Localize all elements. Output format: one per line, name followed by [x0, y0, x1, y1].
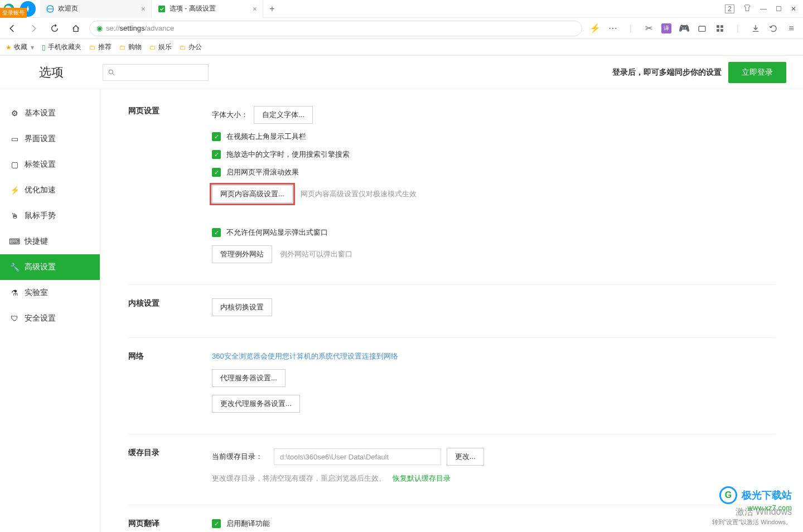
- network-desc: 360安全浏览器会使用您计算机的系统代理设置连接到网络: [212, 351, 398, 361]
- sidebar-item-advanced[interactable]: 🔧高级设置: [0, 254, 100, 280]
- folder-icon: 🗀: [149, 43, 156, 51]
- toolbar-right: ⚡ ⋯ | ✂ 译 🎮 | ≡: [588, 23, 799, 33]
- grid-icon[interactable]: [715, 23, 725, 33]
- url-mid: settings: [120, 24, 145, 32]
- settings-header: 选项 登录后，即可多端同步你的设置 立即登录: [0, 56, 803, 89]
- url-prefix: se://: [106, 24, 120, 32]
- chk-label: 不允许任何网站显示弹出式窗口: [226, 228, 328, 238]
- skin-icon[interactable]: [743, 4, 751, 13]
- search-input[interactable]: [103, 64, 209, 81]
- section-translate: 网页翻译 ✓启用翻译功能 取消勾选后打开外文网站时不会进行提醒和自动翻译: [128, 505, 775, 532]
- maximize-icon[interactable]: ☐: [776, 5, 782, 13]
- site-url: www.xz7.com: [748, 504, 792, 512]
- checkbox[interactable]: ✓: [212, 150, 221, 159]
- sidebar-item-speed[interactable]: ⚡优化加速: [0, 177, 100, 203]
- section-title: 网页设置: [128, 106, 212, 271]
- svg-rect-3: [699, 26, 705, 31]
- title-bar: 登录账号 欢迎页 × 选项 - 高级设置 × + 2 — ☐ ✕: [0, 0, 803, 18]
- bookmark-bar: ★收藏▾ ▯手机收藏夹 🗀推荐 🗀购物 🗀娱乐 🗀办公: [0, 39, 803, 56]
- chk-label: 在视频右上角显示工具栏: [226, 132, 306, 142]
- section-kernel: 内核设置 内核切换设置: [128, 285, 775, 338]
- back-icon[interactable]: [4, 21, 20, 36]
- url-input[interactable]: ◉ se://settings/advance: [89, 21, 582, 36]
- address-bar: ◉ se://settings/advance ⚡ ⋯ | ✂ 译 🎮 | ≡: [0, 18, 803, 39]
- manage-exception-button[interactable]: 管理例外网站: [212, 245, 272, 263]
- wallet-icon[interactable]: [697, 23, 707, 33]
- logo-icon: G: [719, 486, 737, 504]
- bm-recommend[interactable]: 🗀推荐: [89, 42, 112, 52]
- close-window-icon[interactable]: ✕: [791, 5, 796, 13]
- section-title: 缓存目录: [128, 448, 212, 491]
- reload-icon[interactable]: [47, 21, 62, 36]
- kernel-switch-button[interactable]: 内核切换设置: [212, 298, 272, 316]
- advanced-content-button[interactable]: 网页内容高级设置...: [212, 185, 293, 203]
- checkbox[interactable]: ✓: [212, 519, 221, 528]
- sync-hint: 登录后，即可多端同步你的设置: [612, 67, 722, 78]
- sidebar-item-basic[interactable]: ⚙基本设置: [0, 100, 100, 126]
- chk-label: 启用网页平滑滚动效果: [226, 167, 299, 177]
- hint: 网页内容高级设置仅对极速模式生效: [301, 189, 417, 199]
- checkbox[interactable]: ✓: [212, 228, 221, 237]
- menu-icon[interactable]: ≡: [786, 23, 796, 33]
- game-icon[interactable]: 🎮: [679, 23, 689, 33]
- new-tab-button[interactable]: +: [263, 0, 281, 18]
- change-proxy-button[interactable]: 更改代理服务器设置...: [212, 395, 300, 413]
- flask-icon: ⚗: [10, 288, 19, 297]
- sidebar-item-mouse[interactable]: 🖱鼠标手势: [0, 203, 100, 229]
- home-icon[interactable]: [68, 21, 84, 36]
- chk-label: 启用翻译功能: [226, 519, 270, 529]
- bolt-icon: ⚡: [10, 186, 19, 195]
- sidebar-item-lab[interactable]: ⚗实验室: [0, 280, 100, 306]
- more-icon[interactable]: ⋯: [608, 23, 618, 33]
- close-icon[interactable]: ×: [141, 4, 146, 13]
- minimize-icon[interactable]: —: [760, 5, 767, 13]
- bm-mobile[interactable]: ▯手机收藏夹: [42, 42, 81, 52]
- undo-icon[interactable]: [768, 23, 778, 33]
- sidebar-item-shortcut[interactable]: ⌨快捷键: [0, 229, 100, 254]
- forward-icon[interactable]: [26, 21, 41, 36]
- ie-icon: [46, 4, 55, 13]
- lightning-icon[interactable]: ⚡: [590, 23, 600, 33]
- login-button[interactable]: 立即登录: [728, 62, 786, 83]
- scissors-icon[interactable]: ✂: [644, 23, 654, 33]
- close-icon[interactable]: ×: [253, 4, 257, 13]
- hint: 例外网站可以弹出窗口: [280, 249, 352, 259]
- change-cache-button[interactable]: 更改...: [447, 448, 484, 466]
- custom-font-button[interactable]: 自定义字体...: [254, 106, 313, 124]
- sidebar-item-ui[interactable]: ▭界面设置: [0, 126, 100, 152]
- shield-icon: 🛡: [10, 314, 19, 323]
- section-title: 网页翻译: [128, 519, 212, 532]
- section-cache: 缓存目录 当前缓存目录： 更改... 更改缓存目录，将清空现有缓存，重启浏览器后…: [128, 434, 775, 505]
- checkbox[interactable]: ✓: [212, 168, 221, 177]
- settings-tab-icon: [157, 4, 166, 13]
- gear-icon: ⚙: [10, 109, 19, 118]
- cache-path-input[interactable]: [274, 448, 441, 465]
- bm-shopping[interactable]: 🗀购物: [119, 42, 142, 52]
- mouse-icon: 🖱: [10, 211, 19, 220]
- checkbox[interactable]: ✓: [212, 132, 221, 141]
- translate-icon[interactable]: 译: [661, 23, 671, 33]
- login-badge[interactable]: 登录账号: [0, 8, 27, 18]
- section-title: 网络: [128, 351, 212, 420]
- sidebar-item-security[interactable]: 🛡安全设置: [0, 306, 100, 331]
- bm-favorites[interactable]: ★收藏▾: [6, 42, 34, 52]
- folder-icon: 🗀: [119, 43, 126, 51]
- font-label: 字体大小：: [212, 110, 248, 120]
- restore-cache-link[interactable]: 恢复默认缓存目录: [393, 473, 451, 483]
- bm-entertainment[interactable]: 🗀娱乐: [149, 42, 172, 52]
- svg-rect-7: [720, 29, 723, 32]
- svg-rect-2: [158, 6, 165, 12]
- proxy-button[interactable]: 代理服务器设置...: [212, 369, 286, 387]
- divider: |: [733, 23, 743, 33]
- download-icon[interactable]: [751, 23, 761, 33]
- wrench-icon: 🔧: [10, 263, 19, 272]
- divider: |: [626, 23, 636, 33]
- tab-settings[interactable]: 选项 - 高级设置 ×: [152, 0, 263, 18]
- bm-office[interactable]: 🗀办公: [180, 42, 202, 52]
- svg-point-8: [109, 70, 113, 74]
- counter-icon[interactable]: 2: [725, 4, 734, 13]
- sidebar-item-tabs[interactable]: ▢标签设置: [0, 152, 100, 177]
- star-icon: ★: [6, 43, 12, 51]
- svg-rect-6: [717, 29, 719, 32]
- tab-welcome[interactable]: 欢迎页 ×: [40, 0, 152, 18]
